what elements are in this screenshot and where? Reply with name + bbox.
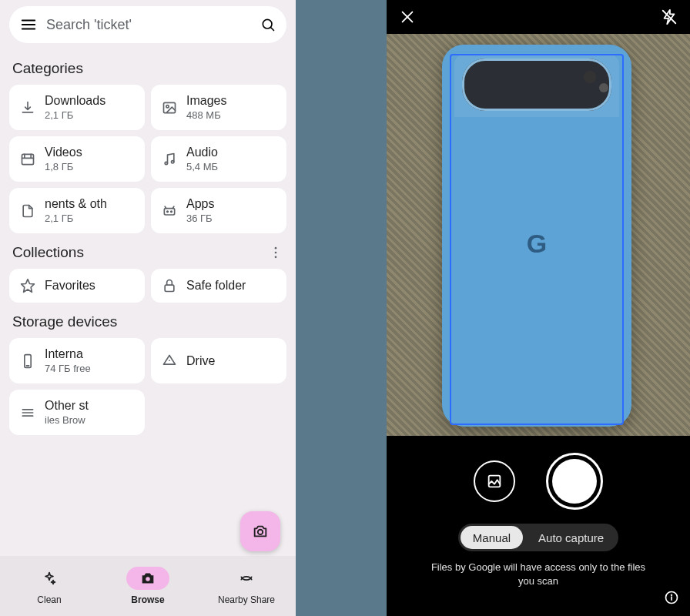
mode-auto-capture[interactable]: Auto capture — [526, 526, 616, 549]
search-bar[interactable]: Search 'ticket' — [9, 6, 286, 43]
category-videos[interactable]: Videos1,8 ГБ — [9, 136, 145, 182]
bottom-nav: Clean Browse Nearby Share — [0, 556, 296, 616]
svg-point-13 — [275, 247, 277, 249]
android-icon — [162, 203, 177, 219]
nearby-icon — [239, 571, 254, 586]
mode-manual[interactable]: Manual — [461, 526, 523, 549]
collections-grid: Favorites Safe folder — [0, 269, 296, 303]
menu-icon[interactable] — [20, 16, 37, 33]
flash-off-icon[interactable] — [661, 8, 678, 25]
shutter-button[interactable] — [546, 453, 603, 510]
storage-drive[interactable]: Drive — [151, 338, 286, 383]
category-downloads[interactable]: Downloads2,1 ГБ — [9, 85, 145, 130]
gallery-icon — [486, 473, 503, 490]
svg-marker-16 — [22, 280, 35, 293]
scanner-topbar — [387, 0, 690, 34]
gallery-button[interactable] — [474, 460, 515, 502]
category-apps[interactable]: Apps36 ГБ — [151, 188, 286, 233]
svg-point-14 — [275, 252, 277, 254]
camera-viewport: G — [387, 34, 690, 436]
collection-safe-folder[interactable]: Safe folder — [151, 269, 286, 303]
svg-rect-10 — [164, 208, 174, 214]
sparkle-icon — [42, 571, 57, 586]
svg-point-26 — [146, 577, 150, 581]
collection-favorites[interactable]: Favorites — [9, 269, 145, 303]
category-documents[interactable]: nents & oth2,1 ГБ — [9, 188, 145, 233]
categories-heading: Categories — [0, 49, 296, 85]
svg-point-9 — [172, 160, 174, 162]
camera-icon — [252, 523, 269, 540]
svg-point-12 — [171, 211, 172, 213]
lock-icon — [162, 278, 177, 293]
shutter-inner — [552, 459, 597, 504]
storage-internal[interactable]: Interna74 ГБ free — [9, 338, 145, 383]
music-icon — [162, 152, 177, 167]
category-audio[interactable]: Audio5,4 МБ — [151, 136, 286, 182]
scanner-screen: G Manual Auto capture Files by Google wi… — [387, 0, 690, 616]
svg-line-4 — [271, 28, 274, 31]
nav-clean[interactable]: Clean — [0, 556, 99, 616]
download-icon — [20, 100, 35, 116]
detection-frame — [450, 54, 624, 425]
browse-icon — [139, 570, 156, 587]
close-icon[interactable] — [399, 8, 416, 25]
svg-point-6 — [166, 105, 169, 107]
drive-icon — [162, 353, 177, 369]
capture-mode-toggle: Manual Auto capture — [458, 524, 618, 551]
storage-grid: Interna74 ГБ free Drive Other stiles Bro… — [0, 338, 296, 435]
svg-marker-20 — [164, 355, 176, 364]
svg-point-11 — [167, 211, 169, 213]
search-placeholder: Search 'ticket' — [46, 17, 251, 33]
document-icon — [20, 203, 35, 219]
collections-heading: Collections — [12, 244, 84, 261]
phone-icon — [20, 353, 35, 369]
storage-other[interactable]: Other stiles Brow — [9, 390, 145, 435]
image-icon — [162, 100, 177, 116]
nav-browse[interactable]: Browse — [99, 556, 197, 616]
storage-heading: Storage devices — [0, 303, 296, 338]
files-browse-screen: Search 'ticket' Categories Downloads2,1 … — [0, 0, 296, 616]
svg-rect-7 — [22, 154, 34, 164]
star-icon — [20, 278, 35, 293]
nav-nearby-share[interactable]: Nearby Share — [197, 556, 296, 616]
svg-point-8 — [165, 162, 167, 164]
svg-point-15 — [275, 256, 277, 259]
scanner-disclaimer: Files by Google will have access only to… — [423, 561, 654, 588]
film-icon — [20, 152, 35, 167]
category-images[interactable]: Images488 МБ — [151, 85, 286, 130]
svg-rect-17 — [165, 285, 174, 291]
scanner-controls: Manual Auto capture Files by Google will… — [387, 436, 690, 616]
panel-divider — [296, 0, 387, 616]
categories-grid: Downloads2,1 ГБ Images488 МБ Videos1,8 Г… — [0, 85, 296, 233]
search-icon[interactable] — [260, 17, 276, 32]
info-icon[interactable] — [664, 590, 679, 605]
svg-point-34 — [672, 594, 672, 595]
list-icon — [20, 405, 35, 420]
scan-fab[interactable] — [240, 511, 280, 551]
more-icon[interactable] — [268, 245, 283, 260]
svg-point-25 — [258, 530, 263, 534]
